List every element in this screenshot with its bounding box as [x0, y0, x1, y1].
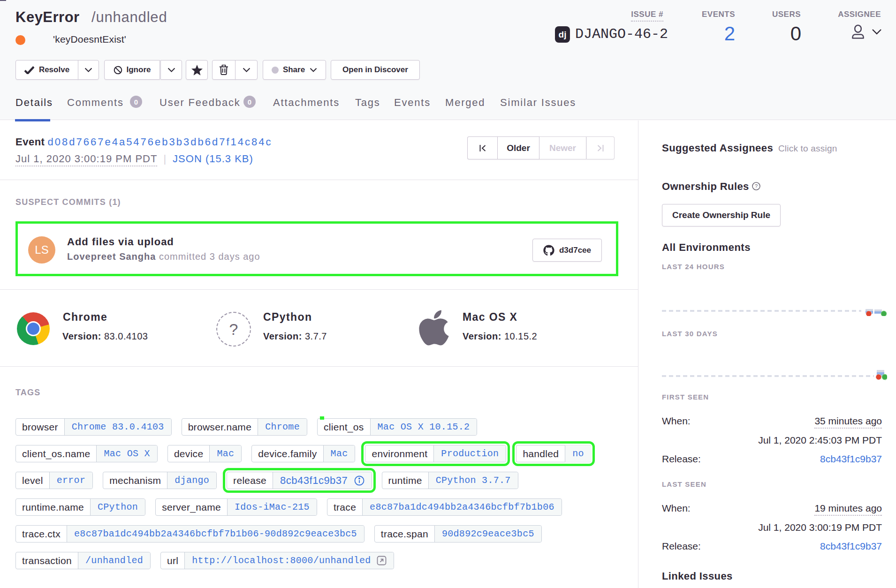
- svg-text:?: ?: [755, 183, 758, 189]
